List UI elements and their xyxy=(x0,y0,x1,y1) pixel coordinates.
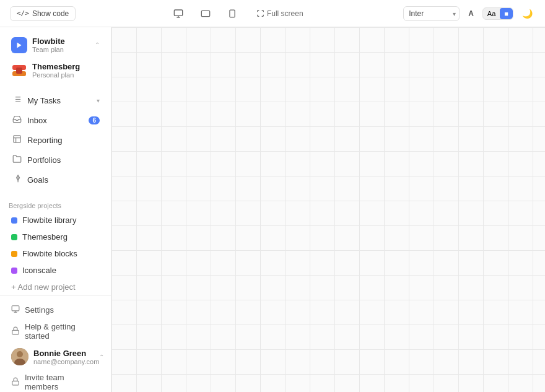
reporting-label: Reporting xyxy=(27,136,62,145)
flowbite-blocks-label: Flowbite blocks xyxy=(22,249,77,258)
svg-point-23 xyxy=(17,351,23,357)
iconscale-dot xyxy=(11,268,17,274)
settings-icon xyxy=(11,305,20,315)
sidebar-item-reporting[interactable]: Reporting xyxy=(4,131,107,149)
flowbite-workspace[interactable]: Flowbite Team plan ⌃ xyxy=(4,33,107,57)
svg-rect-25 xyxy=(12,381,19,385)
svg-rect-0 xyxy=(174,10,182,15)
tablet-portrait-view-button[interactable] xyxy=(225,6,239,21)
user-info: Bonnie Green name@company.com xyxy=(33,349,99,365)
svg-marker-5 xyxy=(17,42,22,48)
themesberg-info: Themesberg Personal plan xyxy=(32,62,80,79)
dark-mode-button[interactable]: 🌙 xyxy=(520,6,535,21)
reporting-left: Reporting xyxy=(11,134,62,146)
my-tasks-left: My Tasks xyxy=(11,95,61,106)
light-toggle-button[interactable]: Aa xyxy=(483,8,500,19)
goals-left: Goals xyxy=(11,174,48,185)
invite-label: Invite team members xyxy=(25,373,100,391)
flowbite-plan: Team plan xyxy=(32,46,65,53)
sidebar-item-goals[interactable]: Goals xyxy=(4,170,107,189)
inbox-left: Inbox xyxy=(11,115,47,126)
font-selector-wrap: Inter Roboto Open Sans xyxy=(403,6,460,21)
show-code-label: Show code xyxy=(32,9,69,18)
help-icon xyxy=(11,326,20,337)
project-item-flowbite-blocks[interactable]: Flowbite blocks xyxy=(4,246,107,261)
portfolios-left: Portfolios xyxy=(11,154,61,165)
my-tasks-icon xyxy=(11,95,22,106)
text-icon-button[interactable]: A xyxy=(466,7,476,20)
code-icon: </> xyxy=(17,9,29,17)
flowbite-workspace-left: Flowbite Team plan xyxy=(11,37,65,53)
topbar: </> Show code Full screen Inter Roboto O… xyxy=(0,0,545,27)
sidebar-item-settings[interactable]: Settings xyxy=(4,302,107,318)
sidebar-item-portfolios[interactable]: Portfolios xyxy=(4,150,107,169)
fullscreen-button[interactable]: Full screen xyxy=(251,7,308,20)
themesberg-name: Themesberg xyxy=(32,62,80,71)
themesberg-plan: Personal plan xyxy=(32,71,80,79)
flowbite-blocks-dot xyxy=(11,251,17,257)
svg-rect-8 xyxy=(16,68,22,74)
themesberg-workspace[interactable]: Themesberg Personal plan xyxy=(4,58,107,82)
add-new-project-button[interactable]: + Add new project xyxy=(4,279,107,295)
inbox-label: Inbox xyxy=(27,116,47,125)
flowbite-library-dot xyxy=(11,217,17,224)
flowbite-info: Flowbite Team plan xyxy=(32,37,65,53)
flowbite-library-label: Flowbite library xyxy=(22,216,76,225)
layout: Flowbite Team plan ⌃ Themesberg Perso xyxy=(0,27,545,392)
my-tasks-label: My Tasks xyxy=(27,96,61,105)
project-item-flowbite-library[interactable]: Flowbite library xyxy=(4,212,107,228)
tablet-landscape-view-button[interactable] xyxy=(198,6,213,21)
fullscreen-label: Full screen xyxy=(267,9,303,18)
font-selector[interactable]: Inter Roboto Open Sans xyxy=(403,6,460,21)
project-item-iconscale[interactable]: Iconscale xyxy=(4,263,107,278)
svg-rect-15 xyxy=(13,136,20,142)
sidebar-item-help[interactable]: Help & getting started xyxy=(4,319,107,344)
user-profile[interactable]: Bonnie Green name@company.com ⌃ xyxy=(4,344,107,369)
dark-toggle-button[interactable]: ■ xyxy=(500,8,513,19)
user-email: name@company.com xyxy=(33,358,99,365)
color-toggle-group: Aa ■ xyxy=(482,7,513,20)
user-chevron-icon: ⌃ xyxy=(99,354,104,360)
invite-icon xyxy=(11,377,20,388)
avatar xyxy=(11,348,28,365)
topbar-center: Full screen xyxy=(171,6,308,21)
desktop-view-button[interactable] xyxy=(171,6,186,21)
inbox-badge: 6 xyxy=(89,116,100,124)
flowbite-name: Flowbite xyxy=(32,37,65,46)
inbox-icon xyxy=(11,115,22,126)
my-tasks-chevron-icon: ▾ xyxy=(97,97,100,104)
main-content xyxy=(111,27,545,392)
help-label: Help & getting started xyxy=(25,322,100,341)
themesberg-workspace-left: Themesberg Personal plan xyxy=(11,62,80,79)
project-item-themesberg[interactable]: Themesberg xyxy=(4,229,107,245)
sidebar: Flowbite Team plan ⌃ Themesberg Perso xyxy=(0,27,111,392)
show-code-button[interactable]: </> Show code xyxy=(10,6,76,21)
sidebar-item-my-tasks[interactable]: My Tasks ▾ xyxy=(4,91,107,110)
sidebar-bottom: Settings Help & getting started xyxy=(0,295,111,392)
themesberg-project-dot xyxy=(11,234,17,240)
svg-rect-4 xyxy=(230,10,235,17)
sidebar-item-inbox[interactable]: Inbox 6 xyxy=(4,111,107,129)
topbar-left: </> Show code xyxy=(10,6,76,21)
reporting-icon xyxy=(11,134,22,146)
iconscale-label: Iconscale xyxy=(22,266,56,275)
flowbite-chevron-icon: ⌃ xyxy=(95,41,100,48)
svg-rect-18 xyxy=(12,306,19,311)
flowbite-icon xyxy=(11,37,27,53)
goals-label: Goals xyxy=(27,175,48,185)
goals-icon xyxy=(11,174,22,185)
topbar-right: Inter Roboto Open Sans A Aa ■ 🌙 xyxy=(403,6,535,21)
user-profile-left: Bonnie Green name@company.com xyxy=(11,348,99,365)
svg-rect-21 xyxy=(12,330,19,334)
portfolios-icon xyxy=(11,154,22,165)
portfolios-label: Portfolios xyxy=(27,155,61,165)
user-name: Bonnie Green xyxy=(33,349,99,358)
projects-section-label: Bergside projects xyxy=(0,197,111,212)
settings-label: Settings xyxy=(25,305,54,315)
add-project-label: + Add new project xyxy=(11,282,76,292)
themesberg-project-label: Themesberg xyxy=(22,232,68,242)
invite-team-members-button[interactable]: Invite team members xyxy=(4,370,107,392)
themesberg-icon xyxy=(11,63,27,79)
svg-rect-3 xyxy=(201,11,209,16)
